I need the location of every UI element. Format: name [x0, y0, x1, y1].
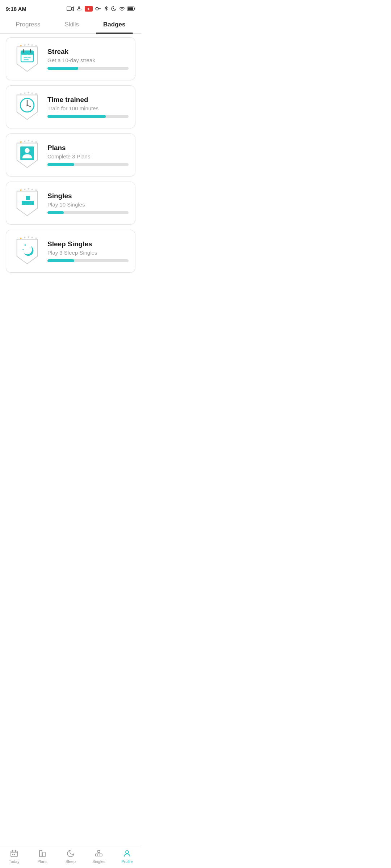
- svg-text:★: ★: [35, 44, 37, 47]
- svg-text:★: ★: [20, 237, 22, 240]
- time-trained-desc: Train for 100 minutes: [47, 105, 129, 111]
- recording-icon: [85, 6, 93, 12]
- plans-desc: Complete 3 Plans: [47, 153, 129, 159]
- svg-rect-37: [26, 196, 30, 200]
- svg-rect-10: [21, 51, 33, 55]
- streak-badge-icon: ★ ★ ★ ★ ★: [13, 43, 42, 74]
- singles-progress-fill: [47, 211, 64, 214]
- streak-progress-bg: [47, 67, 129, 70]
- svg-rect-7: [128, 7, 133, 10]
- svg-text:★: ★: [35, 92, 37, 95]
- time-trained-title: Time trained: [47, 96, 129, 104]
- streak-progress-fill: [47, 67, 78, 70]
- svg-point-31: [25, 148, 29, 153]
- svg-text:★: ★: [24, 140, 26, 143]
- svg-text:★: ★: [31, 92, 33, 95]
- svg-text:★: ★: [35, 188, 37, 192]
- singles-badge-info: Singles Play 10 Singles: [47, 192, 129, 214]
- tab-progress[interactable]: Progress: [8, 16, 47, 33]
- svg-text:★: ★: [31, 236, 33, 239]
- streak-desc: Get a 10-day streak: [47, 57, 129, 63]
- moon-status-icon: [111, 6, 117, 12]
- svg-text:★: ★: [35, 237, 37, 240]
- svg-text:★: ★: [20, 92, 22, 95]
- key-icon: [95, 6, 101, 11]
- svg-point-46: [24, 244, 26, 246]
- sleep-singles-progress-bg: [47, 259, 129, 262]
- svg-text:★: ★: [27, 140, 30, 142]
- badge-card-time-trained: ★ ★ ★ ★ ★ Time trained Train for 100 min…: [6, 85, 135, 128]
- svg-marker-1: [71, 7, 73, 10]
- svg-text:★: ★: [27, 43, 30, 46]
- singles-progress-bg: [47, 211, 129, 214]
- plans-badge-info: Plans Complete 3 Plans: [47, 144, 129, 166]
- camera-icon: [67, 6, 74, 11]
- svg-text:★: ★: [20, 188, 22, 192]
- svg-rect-40: [30, 201, 34, 205]
- svg-text:★: ★: [31, 43, 33, 47]
- plans-title: Plans: [47, 144, 129, 152]
- svg-point-47: [31, 252, 33, 254]
- time-trained-badge-info: Time trained Train for 100 minutes: [47, 96, 129, 118]
- svg-rect-0: [67, 7, 71, 10]
- svg-text:★: ★: [27, 92, 30, 94]
- badge-card-sleep-singles: ★ ★ ★ ★ ★ Sleep Singles Play 3 Sleep Sin…: [6, 230, 135, 273]
- svg-rect-38: [22, 201, 26, 205]
- sleep-singles-title: Sleep Singles: [47, 240, 129, 248]
- status-time: 9:18 AM: [6, 6, 26, 12]
- badge-card-singles: ★ ★ ★ ★ ★ Singles Play 10 Singles: [6, 182, 135, 225]
- sleep-singles-badge-info: Sleep Singles Play 3 Sleep Singles: [47, 240, 129, 262]
- svg-point-48: [22, 249, 24, 250]
- sleep-singles-desc: Play 3 Sleep Singles: [47, 250, 129, 256]
- singles-title: Singles: [47, 192, 129, 200]
- status-bar: 9:18 AM: [0, 0, 141, 16]
- time-trained-progress-bg: [47, 115, 129, 118]
- streak-badge-info: Streak Get a 10-day streak: [47, 48, 129, 70]
- svg-text:★: ★: [20, 140, 22, 144]
- singles-desc: Play 10 Singles: [47, 201, 129, 208]
- wifi-icon: [119, 6, 125, 11]
- svg-text:★: ★: [24, 236, 26, 239]
- time-trained-badge-icon: ★ ★ ★ ★ ★: [13, 92, 42, 122]
- sleep-singles-badge-icon: ★ ★ ★ ★ ★: [13, 236, 42, 267]
- badge-card-plans: ★ ★ ★ ★ ★ Plans Complete 3 Plans: [6, 133, 135, 176]
- svg-text:★: ★: [27, 188, 30, 191]
- tab-skills[interactable]: Skills: [57, 16, 86, 33]
- time-trained-progress-fill: [47, 115, 106, 118]
- gesture-icon: [76, 5, 83, 12]
- svg-point-24: [26, 105, 28, 106]
- plans-progress-bg: [47, 163, 129, 166]
- svg-text:★: ★: [24, 188, 26, 191]
- svg-rect-8: [134, 8, 135, 9]
- svg-text:★: ★: [27, 236, 30, 239]
- battery-icon: [127, 7, 135, 11]
- status-icons: [67, 5, 135, 12]
- svg-text:★: ★: [31, 188, 33, 191]
- sleep-singles-progress-fill: [47, 259, 74, 262]
- singles-badge-icon: ★ ★ ★ ★ ★: [13, 188, 42, 218]
- svg-text:★: ★: [35, 140, 37, 144]
- top-tabs: Progress Skills Badges: [0, 16, 141, 34]
- plans-badge-icon: ★ ★ ★ ★ ★: [13, 140, 42, 170]
- main-content: ★ ★ ★ ★ ★ Streak Get a 10-day streak: [0, 34, 141, 309]
- streak-title: Streak: [47, 48, 129, 56]
- bluetooth-icon: [104, 5, 109, 12]
- svg-text:★: ★: [24, 43, 26, 47]
- badges-list: ★ ★ ★ ★ ★ Streak Get a 10-day streak: [0, 34, 141, 276]
- svg-text:★: ★: [31, 140, 33, 143]
- tab-badges[interactable]: Badges: [96, 16, 133, 33]
- svg-text:★: ★: [20, 44, 22, 47]
- svg-rect-39: [26, 201, 30, 205]
- badge-card-streak: ★ ★ ★ ★ ★ Streak Get a 10-day streak: [6, 37, 135, 80]
- svg-point-5: [122, 11, 122, 11]
- svg-text:★: ★: [24, 92, 26, 95]
- svg-point-2: [96, 7, 98, 10]
- plans-progress-fill: [47, 163, 74, 166]
